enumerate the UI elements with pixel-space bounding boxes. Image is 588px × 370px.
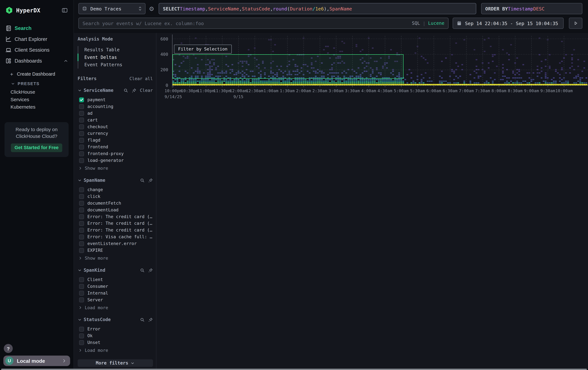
checkbox[interactable] (79, 117, 84, 122)
sidebar-item-client-sessions[interactable]: Client Sessions (0, 45, 74, 54)
sidebar-item-clickhouse[interactable]: ClickHouse (0, 89, 74, 96)
filter-group-header[interactable]: SpanKind (78, 267, 153, 273)
load-more-link[interactable]: Load more (78, 305, 153, 311)
tab-results-table[interactable]: Results Table (78, 46, 153, 54)
get-started-button[interactable]: Get Started for Free (11, 143, 62, 152)
checkbox[interactable] (79, 124, 84, 129)
checkbox[interactable] (79, 248, 84, 253)
filter-checkbox-row[interactable]: frontend (78, 143, 153, 150)
tab-event-patterns[interactable]: Event Patterns (78, 61, 153, 69)
presets-toggle[interactable]: PRESETS (0, 80, 74, 87)
run-query-button[interactable] (569, 18, 582, 29)
checkbox[interactable] (79, 158, 84, 163)
more-filters-button[interactable]: More filters (78, 359, 153, 367)
checkbox[interactable] (79, 151, 84, 156)
filter-checkbox-row[interactable]: EXPIRE (78, 247, 153, 254)
filter-checkbox-row[interactable]: checkout (78, 123, 153, 130)
filter-checkbox-row[interactable]: ad (78, 110, 153, 117)
filter-checkbox-row[interactable]: change (78, 186, 153, 193)
source-select[interactable]: Demo Traces (78, 3, 146, 14)
group-clear-link[interactable]: Clear (140, 88, 153, 93)
filter-checkbox-row[interactable]: Error: The credit card (… (78, 227, 153, 233)
filter-checkbox-row[interactable]: documentFetch (78, 200, 153, 206)
checkbox[interactable] (79, 187, 84, 192)
checkbox[interactable] (79, 284, 84, 289)
filter-checkbox-row[interactable]: frontend-proxy (78, 150, 153, 157)
sidebar-collapse-icon[interactable] (61, 7, 68, 13)
show-more-link[interactable]: Show more (78, 255, 153, 261)
filter-checkbox-row[interactable]: Error: Visa cache full: … (78, 233, 153, 240)
checkbox[interactable] (79, 200, 84, 205)
sidebar-item-kubernetes[interactable]: Kubernetes (0, 103, 74, 111)
checkbox[interactable] (79, 290, 84, 295)
checkbox[interactable] (79, 297, 84, 302)
search-icon[interactable] (140, 178, 145, 183)
checkbox[interactable] (79, 214, 84, 219)
checkbox[interactable] (79, 138, 84, 142)
filter-group-header[interactable]: ServiceName Clear (78, 87, 153, 93)
search-input[interactable] (83, 20, 412, 26)
filter-checkbox-row[interactable]: Unset (78, 339, 153, 346)
checkbox[interactable] (79, 340, 84, 345)
filter-checkbox-row[interactable]: payment (78, 96, 153, 103)
filter-by-selection-button[interactable]: Filter by Selection (174, 45, 232, 54)
checkbox[interactable] (79, 207, 84, 212)
filter-checkbox-row[interactable]: eventListener.error (78, 240, 153, 247)
filter-checkbox-row[interactable]: Error (78, 326, 153, 332)
pin-icon[interactable] (148, 178, 153, 183)
sidebar-item-chart-explorer[interactable]: Chart Explorer (0, 34, 74, 43)
checkbox[interactable] (79, 131, 84, 136)
filter-group-header[interactable]: StatusCode (78, 317, 153, 322)
help-button[interactable]: ? (4, 344, 13, 353)
horizontal-scrollbar[interactable] (1, 369, 587, 370)
clear-all-link[interactable]: Clear all (129, 76, 153, 81)
filter-checkbox-row[interactable]: Internal (78, 290, 153, 296)
filter-checkbox-row[interactable]: documentLoad (78, 206, 153, 213)
sidebar-item-search[interactable]: Search (0, 24, 74, 33)
show-more-link[interactable]: Show more (78, 165, 153, 171)
pin-icon[interactable] (148, 317, 153, 322)
gear-icon[interactable]: ⚙ (149, 5, 154, 12)
checkbox[interactable] (79, 144, 84, 149)
filter-group-header[interactable]: SpanName (78, 177, 153, 183)
search-icon[interactable] (140, 317, 145, 322)
order-by-input[interactable]: ORDER BY Timestamp DESC (481, 3, 582, 14)
checkbox[interactable] (79, 333, 84, 338)
filter-checkbox-row[interactable]: cart (78, 117, 153, 123)
time-range-picker[interactable]: Sep 14 22:04:35 - Sep 15 10:04:35 (452, 18, 564, 29)
filter-checkbox-row[interactable]: load-generator (78, 157, 153, 164)
filter-checkbox-row[interactable]: Error: The credit card (… (78, 213, 153, 220)
pin-icon[interactable] (148, 268, 153, 272)
filter-checkbox-row[interactable]: Ok (78, 332, 153, 339)
checkbox[interactable] (79, 228, 84, 232)
checkbox[interactable] (79, 97, 84, 102)
filter-checkbox-row[interactable]: currency (78, 130, 153, 137)
load-more-link[interactable]: Load more (78, 347, 153, 353)
checkbox[interactable] (79, 277, 84, 282)
mode-lucene-toggle[interactable]: Lucene (428, 20, 444, 26)
mode-sql-toggle[interactable]: SQL (412, 20, 420, 26)
tab-event-deltas[interactable]: Event Deltas (78, 54, 153, 61)
filter-checkbox-row[interactable]: click (78, 193, 153, 200)
checkbox[interactable] (79, 194, 84, 199)
filter-checkbox-row[interactable]: Consumer (78, 283, 153, 290)
create-dashboard-button[interactable]: + Create Dashboard (0, 70, 74, 78)
sidebar-item-dashboards[interactable]: Dashboards (0, 56, 74, 65)
filter-checkbox-row[interactable]: Server (78, 296, 153, 303)
checkbox[interactable] (79, 104, 84, 109)
checkbox[interactable] (79, 111, 84, 116)
checkbox[interactable] (79, 241, 84, 246)
filter-checkbox-row[interactable]: flagd (78, 137, 153, 143)
checkbox[interactable] (79, 234, 84, 239)
checkbox[interactable] (79, 221, 84, 226)
checkbox[interactable] (79, 327, 84, 331)
sql-select-input[interactable]: SELECT Timestamp, ServiceName, StatusCod… (159, 3, 476, 14)
pin-icon[interactable] (132, 88, 136, 93)
user-menu[interactable]: U Local mode (3, 356, 70, 366)
filter-checkbox-row[interactable]: Error: The credit card (… (78, 220, 153, 227)
search-icon[interactable] (140, 268, 145, 272)
selection-rectangle[interactable] (172, 54, 404, 79)
search-icon[interactable] (123, 88, 128, 93)
filter-checkbox-row[interactable]: Client (78, 276, 153, 283)
filter-checkbox-row[interactable]: accounting (78, 103, 153, 110)
